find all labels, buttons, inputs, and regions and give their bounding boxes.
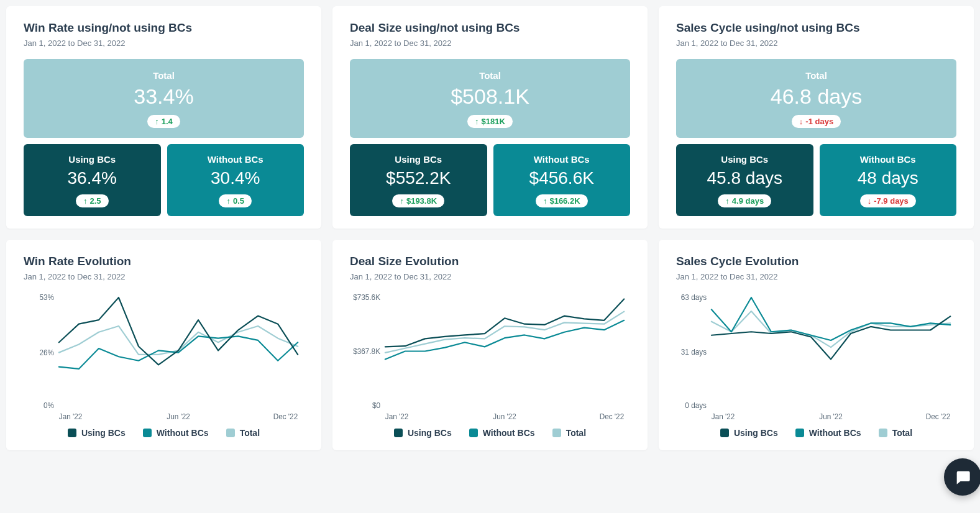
svg-text:Jun '22: Jun '22 — [493, 412, 516, 421]
svg-text:Jun '22: Jun '22 — [167, 412, 190, 421]
arrow-down-icon: ↓ — [799, 117, 804, 126]
swatch-icon — [720, 429, 729, 437]
swatch-icon — [226, 429, 235, 437]
kpi-card-sales-cycle: Sales Cycle using/not using BCs Jan 1, 2… — [659, 6, 974, 229]
card-daterange: Jan 1, 2022 to Dec 31, 2022 — [350, 39, 630, 48]
svg-text:Dec '22: Dec '22 — [600, 412, 625, 421]
arrow-up-icon: ↑ — [400, 196, 404, 206]
svg-text:Jan '22: Jan '22 — [712, 412, 735, 421]
card-title: Sales Cycle Evolution — [676, 255, 956, 268]
date-from: Jan 1, 2022 — [350, 39, 392, 48]
split-row: Using BCs $552.2K ↑ $193.8K Without BCs … — [350, 144, 630, 216]
delta-text: 4.9 days — [732, 196, 764, 206]
date-to: Dec 31, 2022 — [77, 272, 125, 281]
svg-text:53%: 53% — [39, 293, 54, 302]
line-chart[interactable]: 63 days31 days0 daysJan '22Jun '22Dec '2… — [676, 293, 956, 423]
total-value: 46.8 days — [676, 84, 956, 109]
legend-item-total: Total — [552, 428, 586, 438]
total-box: Total $508.1K ↑ $181K — [350, 59, 630, 138]
svg-text:Dec '22: Dec '22 — [926, 412, 951, 421]
date-sep: to — [721, 39, 728, 48]
total-label: Total — [676, 70, 956, 81]
line-chart[interactable]: 53%26%0%Jan '22Jun '22Dec '22 — [24, 293, 304, 423]
split-row: Using BCs 45.8 days ↑ 4.9 days Without B… — [676, 144, 956, 216]
without-delta-pill: ↓ -7.9 days — [860, 194, 916, 207]
without-box: Without BCs 30.4% ↑ 0.5 — [167, 144, 305, 216]
arrow-up-icon: ↑ — [475, 117, 479, 126]
arrow-down-icon: ↓ — [868, 196, 872, 206]
svg-text:$735.6K: $735.6K — [353, 293, 380, 302]
chart-legend: Using BCs Without BCs Total — [676, 428, 956, 438]
swatch-icon — [552, 429, 561, 437]
arrow-up-icon: ↑ — [155, 117, 159, 126]
date-sep: to — [395, 39, 401, 48]
svg-text:Jan '22: Jan '22 — [385, 412, 409, 421]
using-delta-pill: ↑ 4.9 days — [718, 194, 771, 207]
using-label: Using BCs — [676, 154, 813, 165]
date-sep: to — [395, 272, 401, 281]
svg-text:Dec '22: Dec '22 — [273, 412, 298, 421]
date-sep: to — [68, 272, 75, 281]
arrow-up-icon: ↑ — [725, 196, 730, 206]
using-label: Using BCs — [24, 154, 161, 165]
svg-text:Jan '22: Jan '22 — [59, 412, 83, 421]
total-delta-pill: ↑ $181K — [467, 115, 513, 128]
using-value: 36.4% — [24, 168, 161, 188]
delta-text: 2.5 — [89, 196, 101, 206]
legend-item-using: Using BCs — [394, 428, 452, 438]
without-box: Without BCs $456.6K ↑ $166.2K — [493, 144, 631, 216]
card-daterange: Jan 1, 2022 to Dec 31, 2022 — [24, 272, 304, 281]
card-title: Win Rate using/not using BCs — [24, 21, 304, 35]
date-from: Jan 1, 2022 — [676, 272, 718, 281]
kpi-card-deal-size: Deal Size using/not using BCs Jan 1, 202… — [332, 6, 648, 229]
date-to: Dec 31, 2022 — [403, 272, 451, 281]
date-to: Dec 31, 2022 — [403, 39, 451, 48]
card-title: Win Rate Evolution — [24, 255, 304, 268]
arrow-up-icon: ↑ — [226, 196, 231, 206]
total-delta-pill: ↑ 1.4 — [147, 115, 180, 128]
swatch-icon — [879, 429, 887, 437]
using-delta-pill: ↑ $193.8K — [392, 194, 444, 207]
total-label: Total — [24, 70, 304, 81]
delta-text: -7.9 days — [874, 196, 909, 206]
svg-text:63 days: 63 days — [681, 293, 707, 302]
chart-legend: Using BCs Without BCs Total — [24, 428, 304, 438]
card-daterange: Jan 1, 2022 to Dec 31, 2022 — [24, 39, 304, 48]
swatch-icon — [394, 429, 403, 437]
using-delta-pill: ↑ 2.5 — [76, 194, 109, 207]
legend-item-total: Total — [226, 428, 260, 438]
swatch-icon — [143, 429, 152, 437]
without-box: Without BCs 48 days ↓ -7.9 days — [820, 144, 957, 216]
card-title: Sales Cycle using/not using BCs — [676, 21, 956, 35]
legend-item-using: Using BCs — [720, 428, 778, 438]
total-value: $508.1K — [350, 84, 630, 109]
without-value: $456.6K — [493, 168, 631, 188]
using-box: Using BCs 36.4% ↑ 2.5 — [24, 144, 161, 216]
arrow-up-icon: ↑ — [543, 196, 547, 206]
card-title: Deal Size Evolution — [350, 255, 630, 268]
total-delta-pill: ↓ -1 days — [792, 115, 841, 128]
without-label: Without BCs — [820, 154, 957, 165]
total-box: Total 33.4% ↑ 1.4 — [24, 59, 304, 138]
legend-item-without: Without BCs — [143, 428, 209, 438]
using-label: Using BCs — [350, 154, 487, 165]
split-row: Using BCs 36.4% ↑ 2.5 Without BCs 30.4% … — [24, 144, 304, 216]
date-from: Jan 1, 2022 — [24, 39, 66, 48]
total-value: 33.4% — [24, 84, 304, 109]
without-label: Without BCs — [493, 154, 631, 165]
date-to: Dec 31, 2022 — [77, 39, 125, 48]
legend-item-without: Without BCs — [469, 428, 535, 438]
card-title: Deal Size using/not using BCs — [350, 21, 630, 35]
date-to: Dec 31, 2022 — [730, 272, 777, 281]
line-chart[interactable]: $735.6K$367.8K$0Jan '22Jun '22Dec '22 — [350, 293, 630, 423]
date-sep: to — [721, 272, 728, 281]
delta-text: 1.4 — [162, 117, 173, 126]
svg-text:0 days: 0 days — [685, 401, 707, 410]
svg-text:$0: $0 — [372, 401, 380, 410]
chart-card-sales-cycle-evolution: Sales Cycle Evolution Jan 1, 2022 to Dec… — [659, 240, 974, 450]
chart-card-deal-size-evolution: Deal Size Evolution Jan 1, 2022 to Dec 3… — [332, 240, 648, 450]
total-label: Total — [350, 70, 630, 81]
delta-text: -1 days — [805, 117, 833, 126]
using-box: Using BCs 45.8 days ↑ 4.9 days — [676, 144, 813, 216]
legend-item-total: Total — [879, 428, 912, 438]
